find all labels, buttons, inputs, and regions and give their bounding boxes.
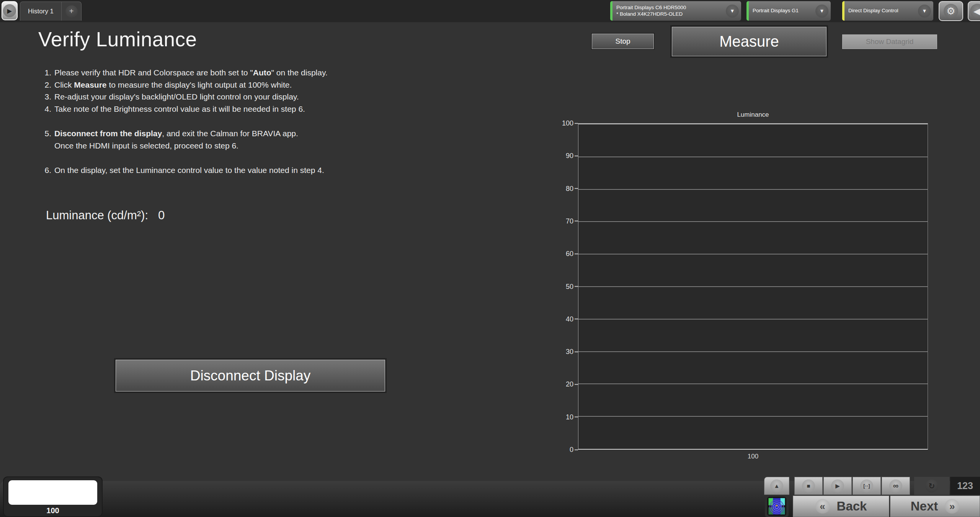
chevron-left-icon: ◀	[970, 4, 980, 18]
chart-gridline	[578, 351, 928, 352]
refresh-button[interactable]: ↻	[914, 477, 949, 495]
chart-y-tick: 90	[566, 152, 578, 160]
next-button[interactable]: Next »	[890, 496, 980, 517]
stop-button[interactable]: Stop	[592, 34, 654, 49]
measure-stop-button[interactable]: ■	[794, 477, 823, 495]
back-label: Back	[837, 499, 867, 514]
chart-y-tick: 60	[566, 250, 578, 258]
calman-app: ▶ History 1 + Portrait Displays C6 HDR50…	[0, 0, 980, 517]
refresh-icon: ↻	[925, 479, 938, 493]
chart-y-axis: 1009080706050403020100	[537, 123, 578, 450]
dropdown-line2: * Boland X4K27HDR5-OLED	[616, 11, 724, 18]
add-icon: +	[65, 5, 78, 18]
play-icon: ▶	[831, 479, 844, 493]
collapse-panel-button[interactable]: ◀	[968, 1, 980, 21]
instruction-line: 6.On the display, set the Luminance cont…	[40, 164, 328, 176]
device-dropdown-source[interactable]: Portrait Displays G1 ▼	[746, 1, 831, 21]
instruction-line: 2.Click Measure to measure the display's…	[40, 79, 328, 91]
stop-icon: ■	[802, 479, 815, 493]
back-button[interactable]: « Back	[793, 496, 889, 517]
chart-y-tick: 20	[566, 380, 578, 388]
show-datagrid-button[interactable]: Show Datagrid	[842, 34, 937, 49]
settings-button[interactable]: ⚙	[939, 1, 963, 21]
instruction-line: 3.Re-adjust your display's backlight/OLE…	[40, 91, 328, 103]
instruction-line: 4.Take note of the Brightness control va…	[40, 103, 328, 115]
back-chevron-icon: «	[815, 499, 830, 514]
chart-gridline	[578, 189, 928, 190]
device-dropdown-display-control[interactable]: Direct Display Control ▼	[842, 1, 933, 21]
chevron-down-icon: ▼	[726, 5, 739, 18]
pattern-window-icon	[767, 497, 786, 516]
measure-play-button[interactable]: ▶	[823, 477, 852, 495]
pattern-preview[interactable]: 100	[3, 476, 103, 517]
chart-gridline	[578, 157, 928, 157]
measure-continuous-button[interactable]: ∞	[882, 477, 910, 495]
chart-y-tick: 100	[562, 119, 578, 127]
instruction-line: 1.Please verify that HDR and Colorspace …	[40, 67, 328, 79]
dropdown-labels: Direct Display Control	[848, 8, 916, 14]
chart-y-tick: 30	[566, 348, 578, 356]
pattern-window-button[interactable]	[765, 495, 789, 517]
chart-gridline	[578, 254, 928, 254]
tab-history-1[interactable]: History 1	[20, 2, 61, 21]
luminance-readout: Luminance (cd/m²): 0	[46, 209, 165, 222]
next-label: Next	[911, 499, 938, 514]
add-tab-button[interactable]: +	[61, 2, 81, 21]
chart-gridline	[578, 416, 928, 417]
dropdown-line1: Direct Display Control	[848, 8, 916, 14]
play-icon: ▶	[3, 4, 16, 17]
dropdown-line1: Portrait Displays C6 HDR5000	[616, 5, 724, 11]
chart-y-tick: 0	[570, 446, 578, 454]
chart-y-tick: 10	[566, 413, 578, 421]
history-nav-button[interactable]: ▶	[2, 1, 18, 20]
chart-gridline	[578, 319, 928, 320]
measure-counter[interactable]: 123	[950, 477, 980, 495]
chart-plot	[578, 123, 928, 450]
chart-y-tick: 70	[566, 217, 578, 225]
chart-y-tick: 40	[566, 315, 578, 323]
measure-button[interactable]: Measure	[672, 27, 826, 56]
instruction-line: 5.Disconnect from the display, and exit …	[40, 127, 328, 140]
infinity-icon: ∞	[889, 479, 902, 493]
luminance-value: 0	[158, 209, 165, 222]
dropdown-line1: Portrait Displays G1	[753, 8, 813, 14]
single-measure-icon: [··]	[860, 479, 873, 493]
instruction-list: 1.Please verify that HDR and Colorspace …	[40, 67, 328, 176]
chevron-down-icon: ▼	[815, 5, 828, 18]
measure-single-button[interactable]: [··]	[853, 477, 881, 495]
gear-icon: ⚙	[944, 4, 958, 18]
chart-gridline	[578, 286, 928, 287]
chevron-up-icon: ▲	[770, 479, 783, 493]
instruction-line: Once the HDMI input is selected, proceed…	[40, 140, 328, 152]
chart-gridline	[578, 383, 928, 384]
chart-title: Luminance	[578, 111, 928, 119]
page-title: Verify Luminance	[38, 28, 197, 51]
luminance-label: Luminance (cd/m²):	[46, 209, 148, 222]
chart-y-tick: 50	[566, 282, 578, 290]
disconnect-display-button[interactable]: Disconnect Display	[116, 360, 385, 391]
tab-group: History 1 +	[20, 2, 82, 21]
pattern-preview-label: 100	[3, 506, 103, 515]
dropdown-labels: Portrait Displays G1	[753, 8, 813, 14]
dropdown-labels: Portrait Displays C6 HDR5000 * Boland X4…	[616, 5, 724, 18]
device-dropdown-meter[interactable]: Portrait Displays C6 HDR5000 * Boland X4…	[610, 1, 741, 21]
chart-x-tick-label: 100	[578, 453, 928, 460]
chevron-down-icon: ▼	[918, 5, 931, 18]
pattern-preview-swatch	[8, 480, 97, 505]
expand-panel-button[interactable]: ▲	[764, 477, 789, 495]
chart-gridline	[578, 221, 928, 222]
next-chevron-icon: »	[945, 499, 959, 514]
chart-y-tick: 80	[566, 184, 578, 192]
top-bar: ▶ History 1 + Portrait Displays C6 HDR50…	[0, 0, 980, 22]
